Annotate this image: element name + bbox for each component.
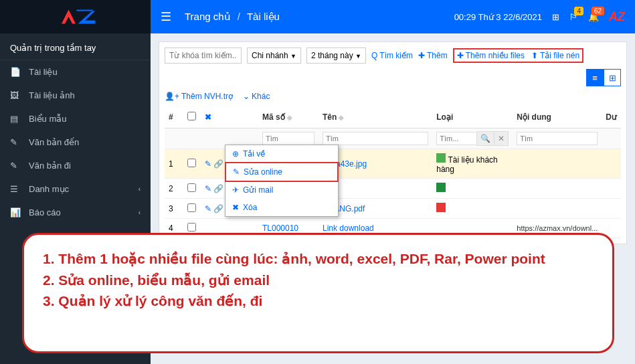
view-toggle: ≡ ⊞ xyxy=(586,69,621,86)
bell-icon[interactable]: 🔔 62 xyxy=(588,12,599,22)
list-icon: ☰ xyxy=(10,184,22,194)
sidebar-item-danhmuc[interactable]: ☰ Danh mục ‹ xyxy=(0,177,151,201)
col-type[interactable]: Loại xyxy=(432,106,513,128)
search-icon: Q xyxy=(371,51,377,60)
document-icon: 📄 xyxy=(10,67,22,77)
apps-icon[interactable]: ⊞ xyxy=(552,12,559,22)
az-logo-icon xyxy=(52,3,99,30)
sidebar-item-label: Văn bản đi xyxy=(29,161,71,171)
upload-zip-button[interactable]: ⬆ Tải file nén xyxy=(531,51,579,60)
add-multi-files-button[interactable]: ✚ Thêm nhiều files xyxy=(457,51,525,60)
user-plus-icon: 👤+ xyxy=(165,92,179,101)
sidebar-item-label: Biểu mẫu xyxy=(29,114,66,124)
sidebar-item-tailieuanh[interactable]: 🖼 Tài liệu ảnh xyxy=(0,84,151,107)
close-icon: ✖ xyxy=(232,203,239,212)
image-icon: 🖼 xyxy=(10,90,22,100)
period-select[interactable]: 2 tháng này ▼ xyxy=(306,48,366,64)
menu-download[interactable]: ⊕ Tải về xyxy=(225,145,338,163)
edit-icon[interactable]: ✎ xyxy=(205,184,211,193)
chart-icon: 📊 xyxy=(10,207,22,217)
col-code[interactable]: Mã số◆ xyxy=(258,106,319,128)
col-num: # xyxy=(165,106,183,128)
row-checkbox[interactable] xyxy=(187,159,196,167)
sidebar-title: Quản trị trong tầm tay xyxy=(0,33,151,60)
sidebar-item-vanbanden[interactable]: ✎ Văn bản đến xyxy=(0,130,151,154)
select-all-checkbox[interactable] xyxy=(187,112,196,120)
link-icon[interactable]: 🔗 xyxy=(213,159,223,169)
sidebar-item-label: Báo cáo xyxy=(29,207,61,217)
row-num: 3 xyxy=(165,199,183,219)
context-menu: ⊕ Tải về ✎ Sửa online ✈ Gửi mail ✖ Xóa xyxy=(225,145,339,217)
sidebar-item-label: Danh mục xyxy=(29,184,69,194)
filter-type-clear-icon[interactable]: ✕ xyxy=(494,131,509,146)
callout-line-3: 3. Quản lý xử lý công văn đến, đi xyxy=(43,290,594,312)
breadcrumb-current: Tài liệu xyxy=(247,11,280,22)
menu-toggle-icon[interactable]: ☰ xyxy=(161,9,171,24)
filter-type-search-icon[interactable]: 🔍 xyxy=(477,131,494,146)
download-icon: ⊕ xyxy=(232,149,239,159)
toolbar-row-2: 👤+ Thêm NVH.trợ ⌄ Khác xyxy=(165,92,621,101)
flag-badge: 4 xyxy=(574,7,583,15)
menu-delete[interactable]: ✖ Xóa xyxy=(225,199,338,216)
row-type: Tài liệu khách hàng xyxy=(432,149,513,179)
outbox-icon: ✎ xyxy=(10,161,22,171)
col-del: ✖ xyxy=(201,106,218,128)
view-grid-button[interactable]: ⊞ xyxy=(604,69,621,86)
col-content[interactable]: Nội dung xyxy=(513,106,602,128)
row-checkbox[interactable] xyxy=(187,203,196,212)
menu-send-mail[interactable]: ✈ Gửi mail xyxy=(225,181,338,199)
plus-icon: ✚ xyxy=(457,51,464,60)
topbar: ☰ Trang chủ / Tài liệu 00:29 Thứ 3 22/6/… xyxy=(151,0,635,33)
delete-all-icon[interactable]: ✖ xyxy=(205,112,211,122)
excel-file-icon xyxy=(436,183,446,192)
row-num: 1 xyxy=(165,149,183,179)
link-icon[interactable]: 🔗 xyxy=(213,184,223,193)
image-file-icon xyxy=(436,153,446,163)
branch-select[interactable]: Chi nhánh ▼ xyxy=(247,48,301,64)
edit-icon[interactable]: ✎ xyxy=(205,159,211,169)
sidebar-item-label: Văn bản đến xyxy=(29,137,79,147)
datetime-label: 00:29 Thứ 3 22/6/2021 xyxy=(454,12,542,22)
add-file-group: ✚ Thêm nhiều files ⬆ Tải file nén xyxy=(453,48,583,63)
az-mini-logo-icon[interactable]: AZ xyxy=(609,10,625,24)
row-checkbox[interactable] xyxy=(187,183,196,192)
breadcrumb-sep: / xyxy=(238,11,240,22)
callout-line-2: 2. Sửa online, biểu mẫu, gửi email xyxy=(43,270,594,291)
sidebar-item-bieumau[interactable]: ▤ Biểu mẫu xyxy=(0,107,151,130)
sidebar-item-vanbandi[interactable]: ✎ Văn bản đi xyxy=(0,154,151,177)
chevron-left-icon: ‹ xyxy=(139,185,141,193)
menu-edit-online[interactable]: ✎ Sửa online xyxy=(225,162,339,182)
search-button[interactable]: Q Tìm kiếm xyxy=(371,51,413,60)
breadcrumb: Trang chủ / Tài liệu xyxy=(185,11,280,23)
sidebar-item-label: Tài liệu ảnh xyxy=(29,90,75,100)
edit-icon: ✎ xyxy=(233,167,240,177)
filter-code-input[interactable] xyxy=(262,132,314,145)
edit-icon[interactable]: ✎ xyxy=(205,204,211,213)
chevron-left-icon: ‹ xyxy=(139,209,141,216)
grid-icon: ⊞ xyxy=(609,73,616,83)
sidebar-item-baocao[interactable]: 📊 Báo cáo ‹ xyxy=(0,201,151,224)
sidebar-item-tailieu[interactable]: 📄 Tài liệu xyxy=(0,60,151,84)
toolbar-row-1: Chi nhánh ▼ 2 tháng này ▼ Q Tìm kiếm ✚ T… xyxy=(165,48,621,86)
send-icon: ✈ xyxy=(232,185,239,195)
filter-name-input[interactable] xyxy=(323,132,428,145)
caret-down-icon: ▼ xyxy=(355,53,361,60)
col-du[interactable]: Dư xyxy=(602,106,621,128)
inbox-icon: ✎ xyxy=(10,137,22,147)
row-checkbox[interactable] xyxy=(187,223,196,232)
flag-icon[interactable]: 🏳 4 xyxy=(569,12,578,22)
add-button[interactable]: ✚ Thêm xyxy=(418,51,448,60)
filter-type-input[interactable] xyxy=(436,132,477,145)
breadcrumb-home[interactable]: Trang chủ xyxy=(185,11,231,22)
other-button[interactable]: ⌄ Khác xyxy=(243,92,270,101)
filter-content-input[interactable] xyxy=(517,132,598,145)
view-list-button[interactable]: ≡ xyxy=(586,69,604,86)
add-nvh-button[interactable]: 👤+ Thêm NVH.trợ xyxy=(165,92,233,101)
logo[interactable] xyxy=(0,0,151,33)
link-icon[interactable]: 🔗 xyxy=(213,204,223,213)
double-chevron-icon: ⌄ xyxy=(243,92,250,101)
col-name[interactable]: Tên◆ xyxy=(319,106,432,128)
pdf-file-icon xyxy=(436,203,446,212)
list-icon: ≡ xyxy=(592,73,598,83)
search-input[interactable] xyxy=(165,48,242,64)
